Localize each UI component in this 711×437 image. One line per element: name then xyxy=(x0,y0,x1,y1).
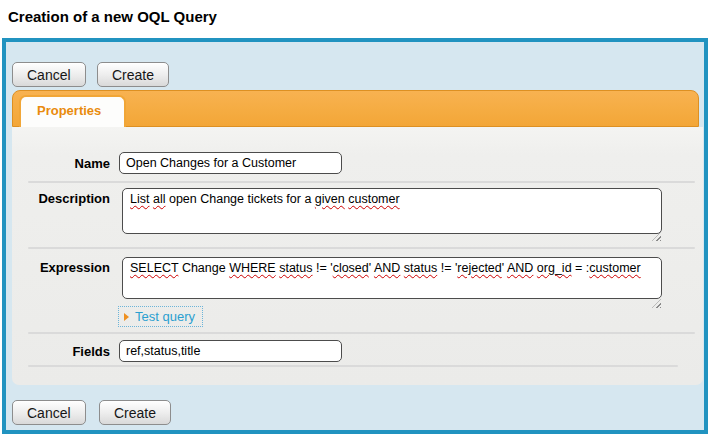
description-label: Description xyxy=(20,191,110,206)
row-separator xyxy=(28,332,695,334)
row-separator xyxy=(28,247,695,249)
name-label: Name xyxy=(20,156,110,171)
test-query-link[interactable]: Test query xyxy=(118,306,203,327)
properties-panel: Name Description List all open Change ti… xyxy=(12,127,703,385)
create-button-bottom[interactable]: Create xyxy=(99,400,171,425)
page-title: Creation of a new OQL Query xyxy=(8,8,217,25)
expression-label: Expression xyxy=(20,260,110,275)
name-input[interactable] xyxy=(119,152,342,174)
fields-label: Fields xyxy=(20,344,110,359)
description-textarea[interactable]: List all open Change tickets for a given… xyxy=(122,188,662,234)
cancel-button-bottom[interactable]: Cancel xyxy=(12,400,86,425)
resize-handle-icon[interactable] xyxy=(652,299,661,308)
tab-strip: Properties xyxy=(12,90,699,127)
test-query-label: Test query xyxy=(135,309,195,324)
row-separator xyxy=(28,365,678,367)
row-separator xyxy=(28,181,695,183)
expression-textarea[interactable]: SELECT Change WHERE status != 'closed' A… xyxy=(122,257,662,299)
fields-input[interactable] xyxy=(119,340,342,362)
cancel-button-top[interactable]: Cancel xyxy=(12,62,86,87)
tab-properties[interactable]: Properties xyxy=(19,95,126,127)
arrow-right-icon xyxy=(124,313,129,321)
dialog-frame: Cancel Create Properties Name Descriptio… xyxy=(2,38,708,434)
tab-properties-label: Properties xyxy=(21,97,124,125)
create-button-top[interactable]: Create xyxy=(97,62,169,87)
